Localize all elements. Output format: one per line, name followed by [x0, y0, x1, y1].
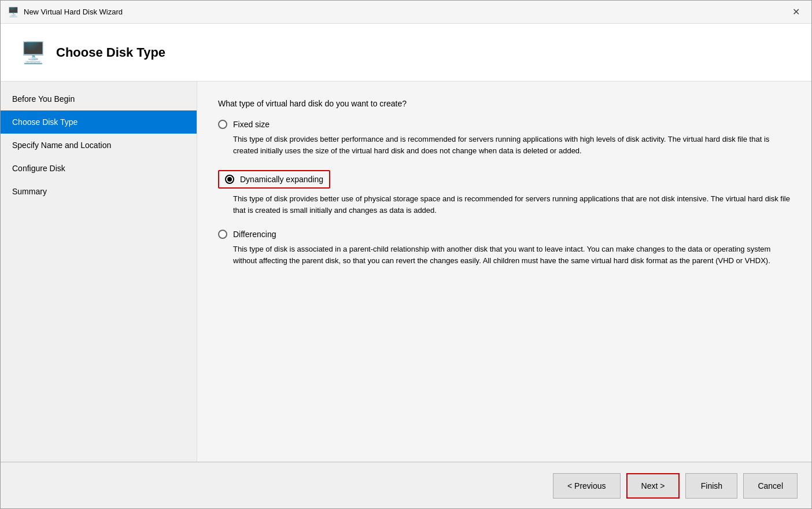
header-icon: 🖥️	[19, 39, 47, 67]
radio-dynamically-expanding[interactable]	[225, 175, 234, 184]
option-desc-differencing: This type of disk is associated in a par…	[233, 244, 791, 266]
content-area: What type of virtual hard disk do you wa…	[197, 82, 811, 462]
option-label-dynamically-expanding: Dynamically expanding	[240, 175, 323, 184]
option-group-dynamically-expanding: Dynamically expanding This type of disk …	[218, 170, 791, 216]
option-label-fixed-size: Fixed size	[233, 120, 270, 129]
sidebar-item-choose-disk-type[interactable]: Choose Disk Type	[1, 110, 197, 134]
radio-differencing[interactable]	[218, 230, 227, 239]
option-row-fixed-size[interactable]: Fixed size	[218, 120, 791, 129]
option-desc-dynamically-expanding: This type of disk provides better use of…	[233, 193, 791, 216]
window-title: New Virtual Hard Disk Wizard	[24, 8, 123, 16]
close-button[interactable]: ✕	[787, 5, 804, 19]
previous-button[interactable]: < Previous	[553, 473, 621, 499]
option-desc-fixed-size: This type of disk provides better perfor…	[233, 134, 791, 156]
finish-button[interactable]: Finish	[685, 473, 737, 499]
title-bar-left: 🖥️ New Virtual Hard Disk Wizard	[8, 6, 123, 18]
wizard-window: 🖥️ New Virtual Hard Disk Wizard ✕ 🖥️ Cho…	[0, 0, 812, 509]
option-group-fixed-size: Fixed size This type of disk provides be…	[218, 120, 791, 156]
question-text: What type of virtual hard disk do you wa…	[218, 99, 791, 108]
sidebar-item-configure-disk[interactable]: Configure Disk	[1, 157, 197, 180]
title-bar: 🖥️ New Virtual Hard Disk Wizard ✕	[1, 1, 811, 24]
page-header: 🖥️ Choose Disk Type	[1, 24, 811, 82]
page-title: Choose Disk Type	[56, 45, 165, 60]
window-icon: 🖥️	[8, 6, 19, 18]
option-label-differencing: Differencing	[233, 230, 276, 239]
radio-fixed-size[interactable]	[218, 120, 227, 129]
option-row-differencing[interactable]: Differencing	[218, 230, 791, 239]
sidebar-item-before-you-begin[interactable]: Before You Begin	[1, 87, 197, 110]
footer: < Previous Next > Finish Cancel	[1, 462, 811, 508]
sidebar-item-specify-name-location[interactable]: Specify Name and Location	[1, 134, 197, 157]
option-group-differencing: Differencing This type of disk is associ…	[218, 230, 791, 266]
main-content: Before You Begin Choose Disk Type Specif…	[1, 82, 811, 462]
cancel-button[interactable]: Cancel	[743, 473, 798, 499]
next-button[interactable]: Next >	[626, 473, 680, 499]
sidebar-item-summary[interactable]: Summary	[1, 180, 197, 203]
sidebar: Before You Begin Choose Disk Type Specif…	[1, 82, 197, 462]
option-row-dynamically-expanding[interactable]: Dynamically expanding	[218, 170, 330, 189]
